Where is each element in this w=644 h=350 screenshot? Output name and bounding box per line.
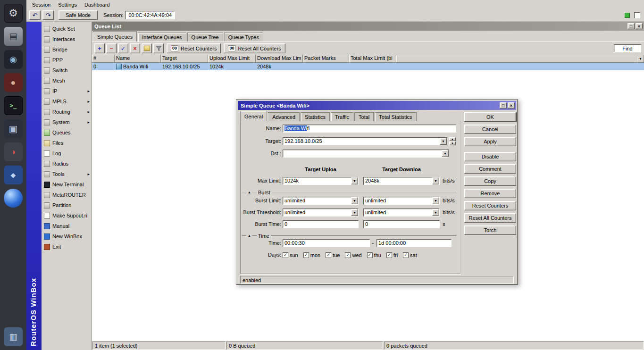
session-field[interactable]: 00:0C:42:4A:49:04 — [125, 11, 175, 19]
dropdown-button[interactable]: ▼ — [432, 209, 439, 216]
dialog-titlebar[interactable]: Simple Queue <Banda Wifi> □ × — [238, 101, 516, 110]
undo-button[interactable]: ↶ — [29, 10, 41, 20]
collapse-arrow-icon[interactable]: ▲ — [248, 234, 251, 237]
sidebar-item-make-supout-rif[interactable]: Make Supout.rif — [42, 210, 92, 221]
column-header-num[interactable]: # — [92, 55, 115, 63]
close-button[interactable]: × — [508, 102, 515, 108]
enable-button[interactable]: ✓ — [118, 43, 128, 53]
table-row[interactable]: 0 Banda Wifi 192.168.10.0/25 1024k 2048k — [92, 63, 644, 70]
dock-icon-control-panel[interactable]: ⚙ — [4, 4, 23, 23]
column-header-packet-marks[interactable]: Packet Marks — [303, 55, 349, 63]
dock-icon-display[interactable]: ▣ — [4, 119, 23, 138]
thu-checkbox[interactable]: ✓ — [367, 252, 373, 258]
reset-counters-button[interactable]: 00 Reset Counters — [167, 43, 221, 53]
disable-button[interactable]: × — [130, 43, 140, 53]
sidebar-item-metarouter[interactable]: MetaROUTER — [42, 190, 92, 200]
dropdown-button[interactable]: ▼ — [432, 197, 439, 204]
tab-interface-queues[interactable]: Interface Queues — [138, 33, 186, 42]
sidebar-item-switch[interactable]: Switch — [42, 65, 92, 75]
apply-button[interactable]: Apply — [464, 137, 516, 146]
column-menu-button[interactable]: ▼ — [637, 55, 644, 63]
sidebar-item-partition[interactable]: Partition — [42, 200, 92, 210]
dst-input[interactable]: ▼ — [283, 150, 449, 158]
sidebar-item-files[interactable]: Files — [42, 138, 92, 148]
column-header-total-max-limit[interactable]: Total Max Limit (bi — [349, 55, 396, 63]
sidebar-item-new-winbox[interactable]: New WinBox — [42, 231, 92, 242]
stepper-up-button[interactable]: ▲ — [449, 137, 456, 141]
sidebar-item-log[interactable]: Log — [42, 148, 92, 158]
remove-button[interactable]: − — [106, 43, 117, 53]
collapse-arrow-icon[interactable]: ▲ — [248, 191, 251, 194]
restore-button[interactable]: □ — [627, 23, 635, 29]
copy-button[interactable]: Copy — [464, 176, 516, 186]
tab-queue-tree[interactable]: Queue Tree — [187, 33, 223, 42]
sun-checkbox[interactable]: ✓ — [283, 252, 288, 258]
restore-button[interactable]: □ — [500, 102, 507, 108]
dropdown-button[interactable]: ▼ — [351, 177, 358, 184]
mon-checkbox[interactable]: ✓ — [303, 252, 309, 258]
burst-limit-upload-input[interactable]: unlimited ▼ — [283, 197, 359, 205]
stepper-down-button[interactable]: ▼ — [449, 142, 456, 145]
dock-icon-network[interactable]: ◆ — [4, 166, 23, 184]
dock-icon-package-colors[interactable]: ◑ — [4, 142, 23, 161]
menu-dashboard[interactable]: Dashboard — [81, 1, 114, 8]
time-to-input[interactable]: 1d 00:00:00 — [376, 239, 452, 247]
tue-checkbox[interactable]: ✓ — [326, 252, 331, 258]
reset-counters-button[interactable]: Reset Counters — [464, 201, 516, 210]
column-header-name[interactable]: Name — [115, 55, 161, 63]
tab-total-statistics[interactable]: Total Statistics — [375, 112, 416, 121]
sat-checkbox[interactable]: ✓ — [403, 252, 409, 258]
sidebar-item-new-terminal[interactable]: New Terminal — [42, 179, 92, 190]
column-header-upload-max-limit[interactable]: Upload Max Limit — [208, 55, 256, 63]
sidebar-item-ip[interactable]: IP▸ — [42, 86, 92, 96]
dock-icon-camera[interactable]: ◉ — [4, 50, 23, 69]
sidebar-item-system[interactable]: System▸ — [42, 117, 92, 127]
reset-all-counters-button[interactable]: Reset All Counters — [464, 213, 516, 223]
disable-button[interactable]: Disable — [464, 152, 516, 161]
sidebar-item-manual[interactable]: Manual — [42, 221, 92, 231]
sidebar-item-exit[interactable]: Exit — [42, 242, 92, 252]
queue-list-titlebar[interactable]: Queue List □ × — [92, 22, 644, 31]
dock-icon-user-session[interactable]: ● — [4, 73, 23, 92]
sidebar-item-queues[interactable]: Queues — [42, 127, 92, 138]
column-header-download-max-limit[interactable]: Download Max Lim — [256, 55, 303, 63]
burst-time-download-input[interactable]: 0 — [363, 220, 440, 228]
safe-mode-button[interactable]: Safe Mode — [59, 10, 98, 20]
ok-button[interactable]: OK — [464, 112, 516, 122]
dropdown-button[interactable]: ▼ — [351, 209, 358, 216]
time-from-input[interactable]: 00:00:30 — [283, 239, 370, 247]
menu-session[interactable]: Session — [28, 1, 54, 8]
sidebar-item-radius[interactable]: Radius — [42, 158, 92, 169]
tab-traffic[interactable]: Traffic — [331, 112, 353, 121]
fri-checkbox[interactable]: ✓ — [386, 252, 392, 258]
tab-total[interactable]: Total — [354, 112, 374, 121]
target-dropdown-button[interactable]: ▼ — [440, 138, 447, 145]
comment-button[interactable] — [142, 43, 152, 53]
burst-threshold-upload-input[interactable]: unlimited ▼ — [283, 208, 359, 217]
tab-statistics[interactable]: Statistics — [301, 112, 330, 121]
burst-time-upload-input[interactable]: 0 — [283, 220, 359, 228]
remove-button[interactable]: Remove — [464, 189, 516, 198]
dock-icon-file-drawer[interactable]: ▤ — [4, 27, 23, 46]
burst-threshold-download-input[interactable]: unlimited ▼ — [363, 208, 440, 217]
tab-general[interactable]: General — [240, 111, 267, 121]
sidebar-item-mesh[interactable]: Mesh — [42, 75, 92, 86]
tab-queue-types[interactable]: Queue Types — [224, 33, 263, 42]
tab-advanced[interactable]: Advanced — [268, 112, 300, 121]
dock-icon-terminal[interactable]: >_ — [4, 96, 23, 115]
column-header-target[interactable]: Target — [161, 55, 208, 63]
dock-icon-globe[interactable] — [4, 189, 23, 208]
cancel-button[interactable]: Cancel — [464, 125, 516, 134]
toolbar-checkbox[interactable] — [634, 12, 640, 18]
add-button[interactable]: + — [94, 43, 105, 53]
wed-checkbox[interactable]: ✓ — [345, 252, 351, 258]
target-input[interactable]: 192.168.10.0/25 ▼ — [283, 137, 447, 145]
sidebar-item-mpls[interactable]: MPLS▸ — [42, 96, 92, 107]
sidebar-item-quick-set[interactable]: Quick Set — [42, 24, 92, 34]
sidebar-item-bridge[interactable]: Bridge — [42, 44, 92, 55]
burst-limit-download-input[interactable]: unlimited ▼ — [363, 197, 440, 205]
name-input[interactable]: Banda Wifi — [283, 125, 456, 133]
redo-button[interactable]: ↷ — [42, 10, 54, 20]
sidebar-item-ppp[interactable]: PPP — [42, 55, 92, 65]
dst-dropdown-button[interactable]: ▼ — [442, 150, 449, 157]
